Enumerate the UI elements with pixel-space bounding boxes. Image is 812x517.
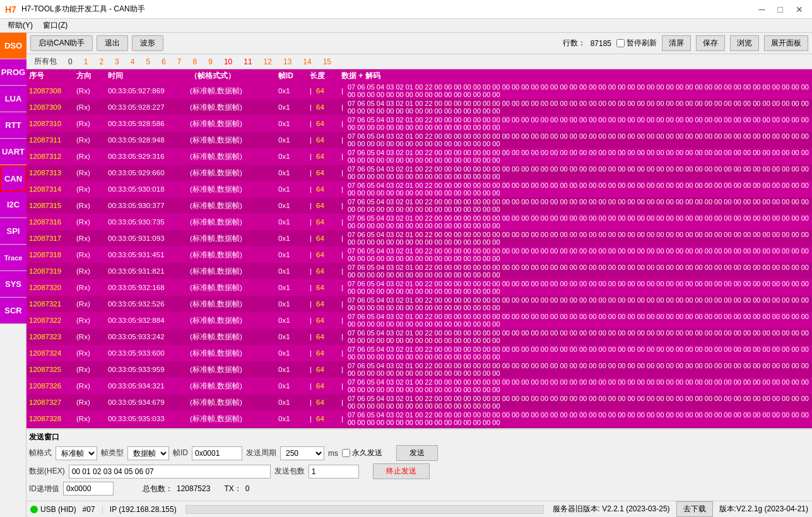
- table-row[interactable]: 12087325 (Rx) 00:33:05:933:959 (标准帧,数据帧)…: [26, 361, 812, 378]
- filter-tab-3[interactable]: 3: [110, 57, 124, 67]
- col-frameid: 0x1: [278, 398, 310, 406]
- exit-button[interactable]: 退出: [97, 35, 128, 51]
- pause-refresh-label[interactable]: 暂停刷新: [616, 38, 657, 49]
- download-button[interactable]: 去下载: [676, 501, 713, 517]
- frame-type-select[interactable]: 数据帧: [127, 446, 169, 460]
- table-row[interactable]: 12087318 (Rx) 00:33:05:931:451 (标准帧,数据帧)…: [26, 247, 812, 263]
- table-row[interactable]: 12087317 (Rx) 00:33:05:931:093 (标准帧,数据帧)…: [26, 230, 812, 247]
- port-label: #07: [83, 505, 95, 514]
- filter-tab-10[interactable]: 10: [219, 57, 237, 67]
- filter-tab-4[interactable]: 4: [126, 57, 140, 67]
- table-row[interactable]: 12087315 (Rx) 00:33:05:930:377 (标准帧,数据帧)…: [26, 197, 812, 214]
- col-separator: |: [310, 415, 316, 422]
- sidebar-item-i2c[interactable]: I2C: [0, 192, 26, 218]
- send-cycle-select[interactable]: 250: [280, 446, 324, 460]
- sidebar-item-uart[interactable]: UART: [0, 139, 26, 165]
- col-time: 00:33:05:931:093: [108, 235, 190, 242]
- browse-button[interactable]: 浏览: [730, 35, 759, 51]
- table-row[interactable]: 12087312 (Rx) 00:33:05:929:316 (标准帧,数据帧)…: [26, 148, 812, 165]
- frame-format-label: 帧格式: [29, 448, 52, 458]
- sidebar-item-sys[interactable]: SYS: [0, 271, 26, 298]
- filter-tab-8[interactable]: 8: [188, 57, 203, 67]
- table-row[interactable]: 12087327 (Rx) 00:33:05:934:679 (标准帧,数据帧)…: [26, 394, 812, 410]
- col-dir: (Rx): [76, 267, 108, 275]
- start-can-button[interactable]: 启动CAN助手: [30, 35, 93, 51]
- table-row[interactable]: 12087323 (Rx) 00:33:05:933:242 (标准帧,数据帧)…: [26, 328, 812, 345]
- send-button[interactable]: 发送: [396, 445, 438, 461]
- sidebar-item-trace[interactable]: Trace: [0, 245, 26, 271]
- table-row[interactable]: 12087313 (Rx) 00:33:05:929:660 (标准帧,数据帧)…: [26, 165, 812, 181]
- table-row[interactable]: 12087328 (Rx) 00:33:05:935:033 (标准帧,数据帧)…: [26, 410, 812, 427]
- table-row[interactable]: 12087309 (Rx) 00:33:05:928:227 (标准帧,数据帧)…: [26, 99, 812, 115]
- col-len: 64: [316, 251, 341, 258]
- table-row[interactable]: 12087314 (Rx) 00:33:05:930:018 (标准帧,数据帧)…: [26, 181, 812, 197]
- table-row[interactable]: 12087326 (Rx) 00:33:05:934:321 (标准帧,数据帧)…: [26, 378, 812, 394]
- minimize-button[interactable]: ─: [755, 3, 769, 16]
- col-frame: (标准帧,数据帧): [190, 185, 278, 194]
- sidebar-item-scr[interactable]: SCR: [0, 298, 26, 324]
- table-row[interactable]: 12087308 (Rx) 00:33:05:927:869 (标准帧,数据帧)…: [26, 83, 812, 99]
- col-time: 00:33:05:928:227: [108, 103, 190, 111]
- table-row[interactable]: 12087310 (Rx) 00:33:05:928:586 (标准帧,数据帧)…: [26, 115, 812, 132]
- col-dir: (Rx): [76, 169, 108, 177]
- table-row[interactable]: 12087322 (Rx) 00:33:05:932:884 (标准帧,数据帧)…: [26, 312, 812, 328]
- send-count-input[interactable]: [309, 465, 359, 479]
- filter-tab-7[interactable]: 7: [172, 57, 187, 67]
- col-separator2: |: [341, 136, 348, 144]
- sidebar-item-lua[interactable]: LUA: [0, 86, 26, 112]
- filter-tab-12[interactable]: 12: [259, 57, 277, 67]
- wave-button[interactable]: 波形: [132, 35, 163, 51]
- clear-button[interactable]: 清屏: [662, 35, 691, 51]
- sidebar-item-prog[interactable]: PROG: [0, 59, 26, 86]
- sidebar-item-spi[interactable]: SPI: [0, 218, 26, 245]
- save-button[interactable]: 保存: [696, 35, 725, 51]
- restore-button[interactable]: □: [774, 3, 787, 16]
- col-separator2: |: [341, 235, 348, 242]
- menu-help[interactable]: 帮助(Y): [3, 19, 38, 32]
- filter-all[interactable]: 所有包: [29, 55, 62, 67]
- col-separator2: |: [341, 153, 348, 160]
- col-data: 07 06 05 04 03 02 01 00 22 00 00 00 00 0…: [348, 83, 809, 98]
- sidebar-item-dso[interactable]: DSO: [0, 33, 26, 59]
- sidebar-item-rtt[interactable]: RTT: [0, 112, 26, 139]
- col-data: 07 06 05 04 03 02 01 00 22 00 00 00 00 0…: [348, 411, 809, 426]
- data-hex-input[interactable]: [69, 465, 271, 479]
- menu-window[interactable]: 窗口(Z): [38, 19, 73, 32]
- pause-refresh-checkbox[interactable]: [616, 39, 625, 47]
- filter-tab-9[interactable]: 9: [203, 57, 218, 67]
- filter-tab-15[interactable]: 15: [318, 57, 336, 67]
- row-count-label: 行数：: [563, 38, 585, 49]
- filter-tab-1[interactable]: 1: [79, 57, 93, 67]
- table-row[interactable]: 12087324 (Rx) 00:33:05:933:600 (标准帧,数据帧)…: [26, 345, 812, 361]
- frame-id-input[interactable]: [192, 446, 242, 460]
- col-dir: (Rx): [76, 202, 108, 209]
- filter-tab-2[interactable]: 2: [94, 57, 109, 67]
- col-frame: (标准帧,数据帧): [190, 218, 278, 227]
- table-row[interactable]: 12087319 (Rx) 00:33:05:931:821 (标准帧,数据帧)…: [26, 263, 812, 279]
- table-row[interactable]: 12087316 (Rx) 00:33:05:930:735 (标准帧,数据帧)…: [26, 214, 812, 230]
- filter-tab-13[interactable]: 13: [278, 57, 297, 67]
- col-separator2: |: [341, 415, 348, 422]
- filter-tab-14[interactable]: 14: [298, 57, 316, 67]
- sidebar-item-can[interactable]: CAN: [0, 165, 26, 192]
- close-button[interactable]: ✕: [792, 3, 807, 16]
- expand-panel-button[interactable]: 展开面板: [764, 35, 808, 51]
- filter-tab-11[interactable]: 11: [238, 57, 257, 67]
- frame-format-select[interactable]: 标准帧: [56, 446, 97, 460]
- forever-send-label[interactable]: 永久发送: [342, 448, 382, 458]
- stop-send-button[interactable]: 终止发送: [373, 463, 430, 479]
- col-separator: |: [310, 366, 316, 373]
- table-row[interactable]: 12087321 (Rx) 00:33:05:932:526 (标准帧,数据帧)…: [26, 296, 812, 312]
- table-row[interactable]: 12087320 (Rx) 00:33:05:932:168 (标准帧,数据帧)…: [26, 279, 812, 296]
- forever-send-checkbox[interactable]: [342, 449, 350, 457]
- col-data: 07 06 05 04 03 02 01 00 22 00 00 00 00 0…: [348, 346, 809, 361]
- col-dir: (Rx): [76, 218, 108, 226]
- id-incr-input[interactable]: [63, 482, 114, 496]
- filter-tab-6[interactable]: 6: [156, 57, 171, 67]
- col-seq: 12087316: [29, 218, 76, 226]
- header-frameid: 帧ID: [278, 71, 310, 81]
- header-dir: 方向: [76, 71, 108, 81]
- col-separator2: |: [341, 202, 348, 209]
- filter-tab-5[interactable]: 5: [141, 57, 155, 67]
- table-row[interactable]: 12087311 (Rx) 00:33:05:928:948 (标准帧,数据帧)…: [26, 132, 812, 148]
